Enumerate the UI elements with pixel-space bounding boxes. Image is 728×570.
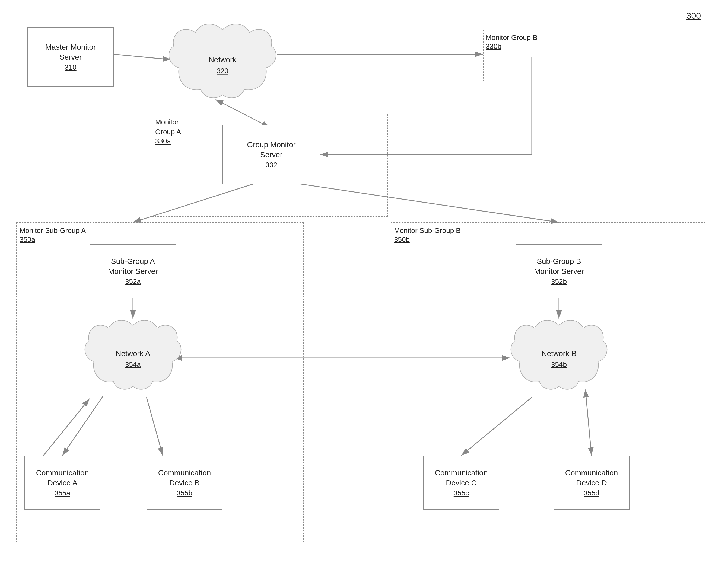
svg-text:320: 320 xyxy=(216,67,228,75)
comm-device-d-box: CommunicationDevice D 355d xyxy=(554,456,629,510)
svg-text:Network A: Network A xyxy=(116,349,150,358)
comm-device-a-label: CommunicationDevice A xyxy=(36,468,89,488)
comm-device-b-label: CommunicationDevice B xyxy=(158,468,211,488)
monitor-subgroup-a-id: 350a xyxy=(20,235,301,244)
subgroup-b-monitor-server-box: Sub-Group BMonitor Server 352b xyxy=(516,244,602,298)
monitor-subgroup-a-label: Monitor Sub-Group A xyxy=(20,226,301,235)
svg-text:Network B: Network B xyxy=(541,349,576,358)
comm-device-d-id: 355d xyxy=(584,489,599,497)
monitor-group-b-id: 330b xyxy=(486,42,583,51)
comm-device-c-box: CommunicationDevice C 355c xyxy=(423,456,499,510)
subgroup-a-monitor-server-id: 352a xyxy=(125,277,141,286)
group-monitor-server-id: 332 xyxy=(265,161,277,169)
monitor-subgroup-b-id: 350b xyxy=(394,235,702,244)
comm-device-c-id: 355c xyxy=(454,489,469,497)
comm-device-a-id: 355a xyxy=(54,489,70,497)
svg-text:354b: 354b xyxy=(551,360,567,368)
subgroup-a-monitor-server-label: Sub-Group AMonitor Server xyxy=(108,257,158,276)
svg-text:Network: Network xyxy=(209,56,237,64)
svg-text:354a: 354a xyxy=(125,360,141,368)
master-monitor-server-id: 310 xyxy=(64,63,76,72)
subgroup-b-monitor-server-id: 352b xyxy=(551,277,567,286)
subgroup-a-monitor-server-box: Sub-Group AMonitor Server 352a xyxy=(89,244,176,298)
comm-device-c-label: CommunicationDevice C xyxy=(435,468,488,488)
monitor-subgroup-b-label: Monitor Sub-Group B xyxy=(394,226,702,235)
subgroup-b-monitor-server-label: Sub-Group BMonitor Server xyxy=(534,257,584,276)
master-monitor-server-label: Master MonitorServer xyxy=(45,42,96,62)
comm-device-d-label: CommunicationDevice D xyxy=(565,468,618,488)
ref-number: 300 xyxy=(687,11,701,21)
network-b-cloud: Network B 354b xyxy=(510,316,608,397)
comm-device-b-box: CommunicationDevice B 355b xyxy=(147,456,222,510)
group-monitor-server-box: Group MonitorServer 332 xyxy=(222,125,320,185)
network-a-cloud: Network A 354a xyxy=(84,316,182,397)
monitor-group-b-box: Monitor Group B 330b xyxy=(483,30,586,81)
monitor-group-b-label: Monitor Group B xyxy=(486,33,583,42)
diagram: 300 xyxy=(0,0,728,570)
network-cloud: Network 320 xyxy=(168,19,277,106)
group-monitor-server-label: Group MonitorServer xyxy=(247,140,296,160)
svg-line-3 xyxy=(114,54,171,60)
master-monitor-server-box: Master MonitorServer 310 xyxy=(27,27,114,87)
comm-device-b-id: 355b xyxy=(177,489,192,497)
comm-device-a-box: CommunicationDevice A 355a xyxy=(24,456,101,510)
